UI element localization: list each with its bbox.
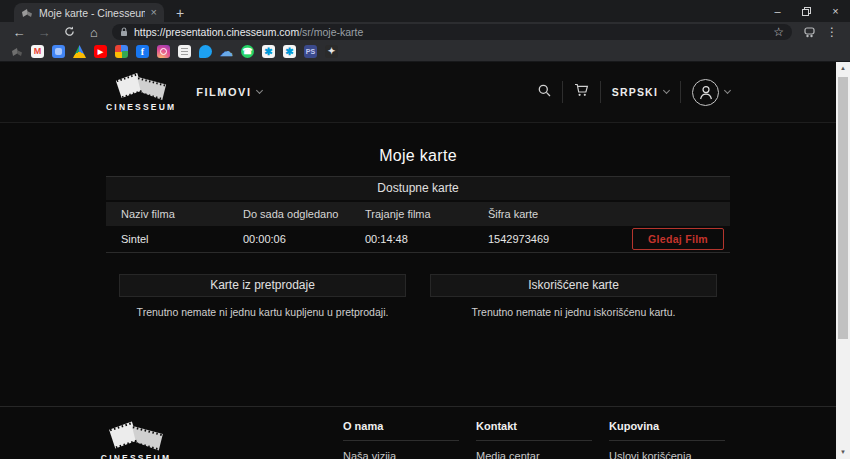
footer-link[interactable]: Naša vizija	[343, 450, 476, 459]
url-text[interactable]: https://presentation.cinesseum.com/sr/mo…	[134, 26, 767, 38]
site-header: CINESSEUM FILMOVI S	[0, 62, 836, 123]
used-empty-text: Trenutno nemate ni jednu iskorišćenu kar…	[430, 306, 717, 318]
bookmark-google-contacts-icon[interactable]	[52, 45, 65, 58]
footer-column-title: Kontakt	[476, 420, 592, 441]
column-header-duration: Trajanje filma	[365, 208, 488, 220]
footer-logo[interactable]: CINESSEUM	[105, 420, 167, 459]
window-minimize-button[interactable]: –	[763, 0, 792, 22]
restore-icon	[802, 7, 811, 16]
footer-column-o-nama: O nama Naša vizija Zid slavnih	[343, 420, 476, 459]
chevron-down-icon	[663, 87, 670, 94]
bookmark-youtube-icon[interactable]: ▶	[94, 45, 107, 58]
bookmark-star-icon[interactable]: ☆	[773, 26, 784, 38]
bookmark-gmail-icon[interactable]: M	[31, 45, 44, 58]
bookmark-google-drive-icon[interactable]	[73, 45, 86, 58]
page-scrollbar[interactable]: ▲ ▼	[836, 62, 850, 459]
table-header-row: Naziv filma Do sada odgledano Trajanje f…	[106, 202, 730, 226]
language-label: SRPSKI	[612, 86, 658, 98]
window-restore-button[interactable]	[792, 0, 821, 22]
site-footer: CINESSEUM O nama Naša vizija Zid slavnih…	[0, 406, 836, 459]
nav-filmovi-label: FILMOVI	[196, 86, 251, 98]
bookmark-facebook-icon[interactable]: f	[136, 45, 149, 58]
bookmark-cinesseum-icon[interactable]	[10, 45, 23, 58]
page-title: Moje karte	[0, 147, 836, 165]
avatar-icon	[692, 79, 719, 106]
account-menu[interactable]	[692, 79, 730, 106]
new-tab-button[interactable]: +	[176, 6, 184, 20]
bookmark-document-icon[interactable]	[178, 45, 191, 58]
cinesseum-logo-icon	[112, 72, 170, 101]
browser-toolbar: ← → ⌂ https://presentation.cinesseum.com…	[0, 22, 850, 42]
scrollbar-down-icon[interactable]: ▼	[836, 446, 850, 459]
used-tickets-section: Iskorišćene karte Trenutno nemate ni jed…	[430, 274, 717, 318]
search-icon[interactable]	[538, 83, 551, 101]
bookmark-launcher-icon[interactable]: ✦	[325, 45, 338, 58]
bookmarks-bar: M ▶ f ☁ ☎ ✱ ✱ PS ✦	[0, 42, 850, 62]
divider	[600, 81, 601, 103]
watch-film-button[interactable]: Gledaj Film	[632, 228, 724, 250]
column-header-code: Šifra karte	[488, 208, 618, 220]
brand-name: CINESSEUM	[106, 102, 176, 112]
footer-column-title: Kupovina	[609, 420, 725, 441]
column-header-watched: Do sada odgledano	[243, 208, 365, 220]
lock-icon	[120, 27, 128, 37]
table-row: Sintel 00:00:06 00:14:48 1542973469 Gled…	[106, 226, 730, 253]
language-selector[interactable]: SRPSKI	[612, 86, 669, 98]
reload-icon[interactable]	[58, 26, 80, 39]
cinesseum-logo-icon	[106, 420, 166, 452]
cell-duration: 00:14:48	[365, 233, 488, 245]
cell-ticket-code: 1542973469	[488, 233, 618, 245]
home-icon[interactable]: ⌂	[83, 26, 105, 39]
tab-favicon-icon	[21, 7, 33, 19]
presale-header: Karte iz pretprodaje	[119, 274, 406, 297]
toolbar-right: ⋮	[799, 26, 842, 38]
chevron-down-icon	[256, 87, 263, 94]
window-controls: – ×	[763, 0, 850, 22]
cart-icon[interactable]	[574, 83, 589, 101]
browser-menu-icon[interactable]: ⋮	[826, 26, 838, 38]
presale-tickets-section: Karte iz pretprodaje Trenutno nemate ni …	[119, 274, 406, 318]
tickets-section: Dostupne karte Naziv filma Do sada odgle…	[106, 176, 730, 318]
divider	[680, 81, 681, 103]
bookmark-playstation-icon[interactable]: PS	[304, 45, 317, 58]
footer-link[interactable]: Uslovi korišćenja	[609, 450, 742, 459]
extension-icon[interactable]	[803, 27, 816, 38]
scrollbar-up-icon[interactable]: ▲	[836, 62, 850, 75]
webpage: ▲ ▼ CINESSEUM FILMO	[0, 62, 850, 459]
back-icon[interactable]: ←	[8, 26, 30, 39]
bookmark-telenor-icon[interactable]: ✱	[262, 45, 275, 58]
divider	[562, 81, 563, 103]
scrollbar-thumb[interactable]	[838, 77, 848, 339]
bookmark-telenor-icon-2[interactable]: ✱	[283, 45, 296, 58]
browser-tab[interactable]: Moje karte - Cinesseum ×	[14, 3, 164, 22]
brand-name: CINESSEUM	[101, 453, 171, 459]
bookmark-cloud-icon[interactable]: ☁	[220, 45, 233, 58]
cell-watched: 00:00:06	[243, 233, 365, 245]
used-header: Iskorišćene karte	[430, 274, 717, 297]
nav-filmovi[interactable]: FILMOVI	[196, 86, 262, 98]
tab-title: Moje karte - Cinesseum	[39, 7, 145, 19]
bookmark-google-maps-icon[interactable]	[115, 45, 128, 58]
footer-column-kupovina: Kupovina Uslovi korišćenja Politika priv…	[609, 420, 742, 459]
address-bar[interactable]: https://presentation.cinesseum.com/sr/mo…	[112, 24, 792, 40]
footer-column-title: O nama	[343, 420, 459, 441]
footer-link[interactable]: Media centar	[476, 450, 609, 459]
window-close-button[interactable]: ×	[821, 0, 850, 22]
browser-titlebar: Moje karte - Cinesseum × + – ×	[0, 0, 850, 22]
column-header-name: Naziv filma	[106, 208, 243, 220]
bookmark-whatsapp-icon[interactable]: ☎	[241, 45, 254, 58]
chevron-down-icon	[724, 87, 731, 94]
bookmark-twitter-icon[interactable]	[199, 45, 212, 58]
site-logo[interactable]: CINESSEUM	[106, 72, 176, 112]
tab-close-icon[interactable]: ×	[151, 7, 157, 18]
presale-empty-text: Trenutno nemate ni jednu kartu kupljenu …	[119, 306, 406, 318]
available-tickets-header: Dostupne karte	[106, 176, 730, 200]
cell-film-name: Sintel	[106, 233, 243, 245]
bookmark-instagram-icon[interactable]	[157, 45, 170, 58]
forward-icon[interactable]: →	[33, 26, 55, 39]
url-path: /sr/moje-karte	[299, 26, 363, 38]
footer-column-kontakt: Kontakt Media centar Investitori	[476, 420, 609, 459]
url-origin: https://presentation.cinesseum.com	[134, 26, 299, 38]
